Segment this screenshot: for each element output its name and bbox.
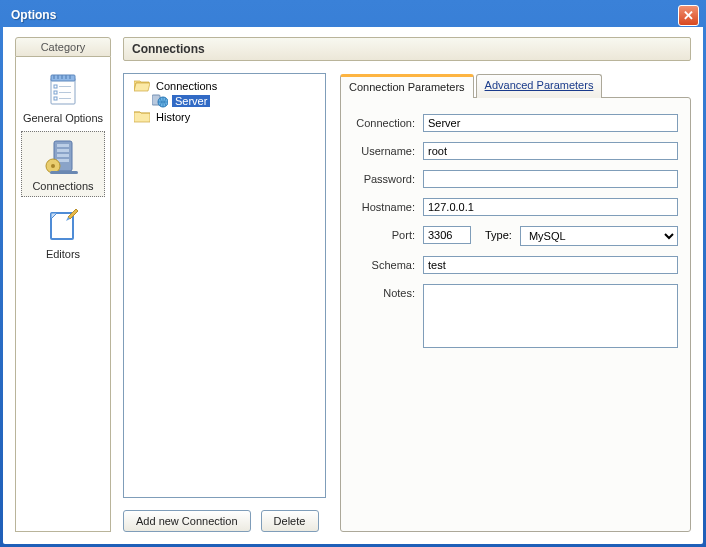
type-label: Type: — [485, 226, 520, 241]
options-window: Options ✕ Category — [0, 0, 706, 547]
hostname-field[interactable] — [423, 198, 678, 216]
tree-node-server[interactable]: Server — [126, 93, 323, 109]
username-field[interactable] — [423, 142, 678, 160]
svg-rect-20 — [50, 171, 78, 174]
server-tower-icon — [22, 138, 104, 178]
schema-label: Schema: — [353, 256, 423, 271]
folder-open-icon — [134, 79, 150, 92]
sidebar-header: Category — [15, 37, 111, 57]
schema-field[interactable] — [423, 256, 678, 274]
tree-node-connections[interactable]: Connections — [126, 78, 323, 93]
window-title: Options — [7, 8, 678, 22]
username-label: Username: — [353, 142, 423, 157]
tree-node-history[interactable]: History — [126, 109, 323, 124]
tree-node-label: Connections — [154, 80, 219, 92]
editor-doc-icon — [22, 206, 104, 246]
svg-rect-14 — [57, 144, 69, 147]
svg-rect-15 — [57, 149, 69, 152]
hostname-label: Hostname: — [353, 198, 423, 213]
notepad-icon — [22, 70, 104, 110]
category-connections[interactable]: Connections — [21, 131, 105, 197]
svg-rect-16 — [57, 154, 69, 157]
titlebar: Options ✕ — [3, 3, 703, 27]
params-panel: Connection Parameters Advanced Parameter… — [340, 73, 691, 532]
globe-server-icon — [152, 94, 168, 108]
sidebar-body: General Options — [15, 57, 111, 532]
client-area: Category — [3, 27, 703, 544]
tab-content-connection-parameters: Connection: Username: Password: — [340, 97, 691, 532]
type-select[interactable]: MySQL — [520, 226, 678, 246]
password-label: Password: — [353, 170, 423, 185]
folder-closed-icon — [134, 110, 150, 123]
close-icon[interactable]: ✕ — [678, 5, 699, 26]
notes-field[interactable] — [423, 284, 678, 348]
tree-node-label: History — [154, 111, 192, 123]
port-field[interactable] — [423, 226, 471, 244]
page-title: Connections — [123, 37, 691, 61]
add-new-connection-button[interactable]: Add new Connection — [123, 510, 251, 532]
tab-bar: Connection Parameters Advanced Parameter… — [340, 73, 691, 97]
notes-label: Notes: — [353, 284, 423, 299]
connection-field[interactable] — [423, 114, 678, 132]
port-label: Port: — [353, 226, 423, 241]
delete-button[interactable]: Delete — [261, 510, 319, 532]
category-label: Editors — [22, 248, 104, 260]
connections-tree[interactable]: Connections — [123, 73, 326, 498]
category-editors[interactable]: Editors — [21, 199, 105, 265]
connection-label: Connection: — [353, 114, 423, 129]
tab-connection-parameters[interactable]: Connection Parameters — [340, 74, 474, 98]
category-label: General Options — [22, 112, 104, 124]
category-label: Connections — [22, 180, 104, 192]
category-general-options[interactable]: General Options — [21, 63, 105, 129]
tab-advanced-parameters[interactable]: Advanced Parameters — [476, 74, 603, 98]
tree-panel: Connections — [123, 73, 326, 532]
password-field[interactable] — [423, 170, 678, 188]
tree-node-label: Server — [172, 95, 210, 107]
main-panel: Connections Connections — [123, 37, 691, 532]
category-sidebar: Category — [15, 37, 111, 532]
svg-point-19 — [51, 164, 55, 168]
